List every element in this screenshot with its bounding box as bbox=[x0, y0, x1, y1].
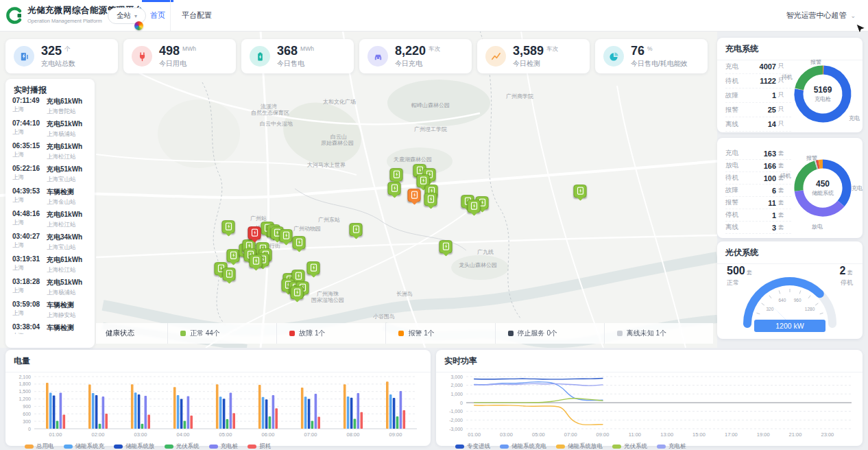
legend-label: 专变进线 bbox=[467, 442, 490, 450]
legend-swatch bbox=[500, 445, 509, 449]
map-marker-normal[interactable] bbox=[424, 193, 437, 206]
stat-unit: 只 bbox=[778, 106, 784, 114]
charging-system-rows: 充电4007只待机1122只故障1只报警25只离线14只 bbox=[725, 60, 791, 132]
legend-item[interactable]: 储能系统放电 bbox=[556, 442, 603, 450]
legend-swatch bbox=[114, 445, 123, 449]
stat-label: 离线 bbox=[725, 120, 749, 129]
energy-chart-legend: 总用电储能系统充储能系统放光伏系统充电桩损耗 bbox=[5, 441, 431, 450]
broadcast-event: 充电51kWh bbox=[47, 165, 88, 174]
health-status-title: 健康状态 bbox=[96, 323, 167, 344]
svg-text:07:00: 07:00 bbox=[564, 431, 577, 438]
legend-item[interactable]: 储能系统放 bbox=[114, 442, 155, 450]
kpi-unit: MWh bbox=[182, 45, 196, 52]
legend-item[interactable]: 储能系统充 bbox=[64, 442, 105, 450]
svg-text:1,200: 1,200 bbox=[19, 396, 31, 401]
stat-value: 4007 bbox=[749, 62, 776, 71]
donut-callout-label: 充电 bbox=[849, 115, 860, 122]
map-marker-normal[interactable] bbox=[227, 249, 240, 262]
map-marker-normal[interactable] bbox=[574, 185, 587, 198]
map-marker-normal[interactable] bbox=[280, 229, 293, 242]
pv-gauge-badge: 1200 kW bbox=[754, 320, 825, 332]
legend-item[interactable]: 充电桩 bbox=[209, 442, 239, 450]
broadcast-event: 充电34kWh bbox=[47, 233, 88, 242]
map-marker-normal[interactable] bbox=[350, 223, 363, 236]
power-chart-card: 实时功率 -3,000-2,000-1,00001,0002,0003,0000… bbox=[436, 350, 863, 446]
donut-callout-label: 放电 bbox=[812, 223, 823, 230]
kpi-label: 今日检测 bbox=[513, 59, 558, 69]
legend-item[interactable]: 专变进线 bbox=[455, 442, 490, 450]
broadcast-station: 上海金山站 bbox=[47, 198, 88, 206]
legend-item[interactable]: 储能系统充电 bbox=[500, 442, 546, 450]
user-menu[interactable]: 智光运营中心超管 ⌄ bbox=[786, 0, 856, 31]
map-marker-normal[interactable] bbox=[293, 236, 306, 249]
broadcast-city: 上海 bbox=[12, 106, 47, 114]
map-marker-normal[interactable] bbox=[291, 286, 304, 299]
legend-item[interactable]: 光伏系统 bbox=[612, 442, 647, 450]
broadcast-station: 上海普陀站 bbox=[47, 108, 88, 116]
kpi-unit: MWh bbox=[300, 45, 314, 52]
legend-item[interactable]: 充电桩 bbox=[657, 442, 686, 450]
map-place-label: 国家湿地公园 bbox=[311, 296, 344, 304]
svg-text:13:00: 13:00 bbox=[660, 431, 673, 438]
map-marker-normal[interactable] bbox=[439, 240, 453, 253]
system-stat-row: 放电166套 bbox=[725, 160, 791, 172]
health-status-text: 离线未知 1个 bbox=[627, 329, 666, 338]
map-place-label: 天鹿湖森林公园 bbox=[394, 156, 432, 163]
legend-item[interactable]: 损耗 bbox=[248, 442, 271, 450]
map-marker-normal[interactable] bbox=[390, 168, 403, 181]
kpi-unit: 车次 bbox=[546, 45, 558, 54]
map-marker-normal[interactable] bbox=[468, 200, 481, 213]
broadcast-time: 05:22:16 bbox=[12, 165, 47, 172]
map-basemap bbox=[0, 31, 717, 348]
map-marker-normal[interactable] bbox=[222, 220, 235, 233]
svg-text:23:00: 23:00 bbox=[821, 431, 834, 438]
broadcast-time: 07:11:49 bbox=[12, 97, 47, 104]
battery-icon bbox=[250, 46, 270, 67]
map-marker-fault[interactable] bbox=[248, 226, 261, 239]
legend-label: 损耗 bbox=[259, 442, 271, 450]
map-place-label: 自然生态保育区 bbox=[251, 109, 289, 117]
colorful-sphere-icon bbox=[134, 21, 143, 30]
map-place-label: 广九线 bbox=[477, 248, 494, 256]
legend-label: 储能系统充 bbox=[75, 442, 105, 450]
broadcast-city: 上海 bbox=[12, 264, 47, 272]
health-status-item: 故障 1个 bbox=[276, 323, 385, 344]
kpi-label: 今日用电 bbox=[159, 59, 196, 69]
tab-home[interactable]: 首页 bbox=[142, 0, 173, 31]
legend-item[interactable]: 光伏系统 bbox=[165, 442, 200, 450]
tab-config[interactable]: 平台配置 bbox=[173, 0, 220, 31]
svg-text:1280: 1280 bbox=[805, 307, 815, 311]
map-marker-alarm[interactable] bbox=[408, 189, 421, 202]
map-marker-normal[interactable] bbox=[388, 182, 401, 195]
broadcast-item: 04:39:53上海车辆检测上海金山站 bbox=[5, 183, 95, 206]
legend-label: 总用电 bbox=[36, 442, 54, 450]
donut-callout-label: 报警 bbox=[810, 58, 821, 66]
svg-text:05:00: 05:00 bbox=[219, 431, 232, 438]
broadcast-event: 车辆检测 bbox=[47, 187, 88, 197]
broadcast-list[interactable]: 07:11:49上海充电61kWh上海普陀站07:44:10上海充电51kWh上… bbox=[5, 93, 95, 334]
svg-text:960: 960 bbox=[794, 298, 801, 303]
map[interactable]: 太和文化广场帽峰山森林公园广州商学院白云中央湿地流溪湾自然生态保育区白云山原始森… bbox=[0, 31, 717, 348]
broadcast-city: 上海 bbox=[12, 332, 47, 334]
system-stat-row: 故障6套 bbox=[725, 185, 791, 197]
map-marker-normal[interactable] bbox=[250, 254, 263, 268]
energy-chart-title: 电量 bbox=[5, 350, 431, 372]
svg-text:06:00: 06:00 bbox=[262, 431, 275, 438]
kpi-card-pie: 76%今日售电/耗电能效 bbox=[595, 39, 708, 73]
charging-donut-chart: 5169充电枪 bbox=[787, 58, 858, 130]
stat-value: 1122 bbox=[749, 77, 776, 85]
broadcast-city: 上海 bbox=[12, 128, 47, 137]
legend-label: 光伏系统 bbox=[176, 442, 200, 450]
map-marker-normal[interactable] bbox=[223, 268, 236, 281]
legend-item[interactable]: 总用电 bbox=[25, 442, 54, 450]
legend-swatch bbox=[556, 445, 565, 449]
svg-text:09:00: 09:00 bbox=[596, 431, 610, 438]
map-place-label: 白云中央湿地 bbox=[260, 120, 293, 128]
health-status-text: 停止服务 0个 bbox=[518, 329, 557, 338]
map-marker-normal[interactable] bbox=[307, 261, 320, 274]
broadcast-station: 上海松江站 bbox=[47, 266, 88, 274]
legend-label: 光伏系统 bbox=[624, 442, 647, 450]
health-status-text: 正常 44个 bbox=[190, 329, 220, 338]
map-place-label: 广州动物园 bbox=[293, 225, 321, 233]
broadcast-time: 03:40:27 bbox=[12, 233, 47, 240]
